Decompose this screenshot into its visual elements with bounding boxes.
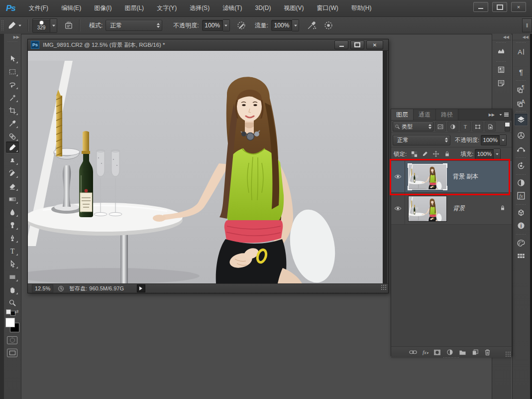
tool-blur[interactable] — [6, 206, 19, 218]
tool-zoom[interactable] — [6, 297, 19, 308]
menu-edit[interactable]: 编辑(E) — [55, 0, 88, 16]
tool-preset-button[interactable] — [5, 19, 23, 32]
fill-dropdown[interactable] — [494, 148, 501, 160]
options-grip[interactable] — [1, 20, 3, 31]
doc-maximize-button[interactable] — [350, 40, 364, 49]
tool-type[interactable]: T — [6, 245, 19, 257]
info-circle-icon[interactable]: i — [515, 220, 528, 232]
options-overflow-button[interactable]: ‖ — [522, 18, 532, 32]
menu-select[interactable]: 选择(S) — [183, 0, 216, 16]
new-layer-icon[interactable] — [472, 349, 479, 356]
dock-grip[interactable] — [516, 111, 527, 113]
toggle-brush-panel-button[interactable] — [62, 19, 75, 32]
tool-magic-wand[interactable] — [6, 92, 19, 103]
dock-grip[interactable] — [496, 61, 507, 63]
visibility-toggle[interactable] — [391, 161, 405, 192]
tool-hand[interactable] — [6, 284, 19, 295]
dock-grip[interactable] — [516, 204, 527, 206]
opacity-dropdown[interactable] — [223, 19, 230, 31]
layer-row-background-copy[interactable]: 背景 副本 — [391, 161, 512, 193]
doc-close-button[interactable]: ✕ — [366, 40, 383, 49]
layer-row-background[interactable]: 背景 — [391, 193, 512, 225]
layer-name[interactable]: 背景 — [453, 204, 465, 213]
swap-colors-button[interactable]: ⇄ — [14, 309, 18, 314]
tool-brush[interactable] — [6, 141, 19, 153]
blend-mode-select[interactable]: 正常 — [106, 20, 162, 31]
tab-paths[interactable]: 路径 — [436, 109, 458, 120]
panel-drag-handle[interactable] — [443, 357, 460, 358]
adjustment-filter-icon[interactable] — [447, 122, 458, 132]
dock-grip[interactable] — [516, 80, 527, 82]
lock-pixels-icon[interactable] — [421, 150, 429, 158]
tool-lasso[interactable] — [6, 79, 19, 90]
collapse-dock-button[interactable]: ◀◀ — [492, 34, 511, 40]
smart-object-filter-icon[interactable] — [485, 122, 496, 132]
menu-layer[interactable]: 图层(L) — [118, 0, 150, 16]
close-button[interactable]: × — [511, 2, 526, 12]
menu-help[interactable]: 帮助(H) — [345, 0, 378, 16]
visibility-toggle[interactable] — [391, 193, 405, 224]
character-styles-icon[interactable]: A — [515, 97, 528, 109]
collapse-dock-button[interactable]: ◀◀ — [513, 34, 531, 40]
quick-mask-button[interactable] — [7, 336, 17, 344]
opacity-input[interactable]: 100% — [202, 20, 223, 31]
tools-collapse-button[interactable]: ▶▶ — [4, 34, 21, 40]
tool-clone-stamp[interactable] — [6, 154, 19, 166]
dock-grip[interactable] — [496, 42, 507, 44]
panel-resize-grip[interactable] — [505, 351, 511, 357]
info-icon[interactable] — [495, 64, 508, 76]
lock-position-icon[interactable] — [431, 150, 440, 158]
delete-layer-icon[interactable] — [484, 349, 491, 356]
layer-group-icon[interactable] — [459, 349, 466, 356]
channels-icon[interactable] — [515, 130, 528, 141]
lock-all-icon[interactable] — [442, 150, 451, 158]
canvas-area[interactable] — [28, 51, 387, 283]
airbrush-button[interactable] — [305, 19, 318, 32]
tool-move[interactable] — [6, 53, 19, 64]
layer-opacity-dropdown[interactable] — [500, 134, 507, 146]
filter-type-select[interactable]: 类型 — [393, 122, 433, 132]
flow-dropdown[interactable] — [292, 19, 299, 31]
dock-grip[interactable] — [516, 234, 527, 236]
maximize-button[interactable] — [492, 2, 507, 12]
color-icon[interactable] — [515, 237, 528, 249]
fill-input[interactable]: 100% — [475, 149, 494, 159]
tool-pen[interactable] — [6, 232, 19, 244]
menu-type[interactable]: 文字(Y) — [150, 0, 183, 16]
layers-list-empty-area[interactable] — [391, 225, 512, 347]
flow-input[interactable]: 100% — [271, 20, 292, 31]
zoom-level-field[interactable]: 12.5% — [32, 284, 53, 292]
lock-transparency-icon[interactable] — [410, 150, 419, 158]
paths-icon[interactable] — [515, 143, 528, 155]
tool-eyedropper[interactable] — [6, 118, 19, 129]
layer-mask-icon[interactable] — [433, 349, 441, 356]
tools-grip[interactable] — [7, 40, 18, 43]
tool-rectangle-shape[interactable] — [6, 271, 19, 282]
paragraph-styles-icon[interactable]: ¶ — [515, 83, 528, 95]
histogram-icon[interactable] — [495, 45, 508, 57]
menu-filter[interactable]: 滤镜(T) — [216, 0, 248, 16]
tool-crop[interactable] — [6, 105, 19, 116]
pressure-opacity-button[interactable] — [235, 19, 248, 32]
doc-minimize-button[interactable] — [334, 40, 348, 49]
filter-toggle-switch[interactable] — [505, 122, 510, 132]
minimize-button[interactable] — [473, 2, 488, 12]
link-layers-icon[interactable] — [409, 349, 417, 355]
document-title-bar[interactable]: Ps IMG_9891.CR2 @ 12.5% (背景 副本, RGB/16) … — [28, 39, 388, 51]
doc-resize-grip[interactable] — [381, 284, 387, 290]
brush-preset-dropdown[interactable] — [50, 18, 57, 33]
tool-path-selection[interactable] — [6, 258, 19, 269]
panel-collapse-icon[interactable]: ▶▶ — [489, 113, 495, 117]
menu-image[interactable]: 图像(I) — [88, 0, 118, 16]
menu-window[interactable]: 窗口(W) — [310, 0, 344, 16]
brush-preset-picker[interactable]: 329 — [32, 18, 50, 33]
history-icon[interactable] — [515, 160, 528, 172]
shape-filter-icon[interactable] — [472, 122, 483, 132]
tool-dodge[interactable] — [6, 219, 19, 231]
tool-gradient[interactable] — [6, 193, 19, 205]
menu-3d[interactable]: 3D(D) — [248, 0, 277, 16]
dock-grip[interactable] — [516, 42, 527, 44]
menu-view[interactable]: 视图(V) — [277, 0, 310, 16]
layer-style-fx-icon[interactable]: fx▾ — [423, 349, 428, 355]
status-options-button[interactable] — [137, 284, 145, 292]
